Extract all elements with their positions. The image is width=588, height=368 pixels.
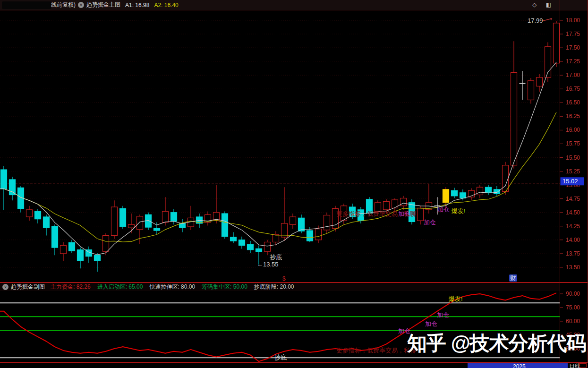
chart-annotation: 财 — [510, 274, 516, 282]
sub-field-4: 抄底阶段: 20.00 — [254, 283, 294, 290]
chart-annotation: 加仓 — [437, 206, 450, 213]
axis-separator-line — [560, 0, 560, 363]
y-axis-label: 13.75 — [566, 250, 580, 257]
bottom-status-bar: 2025 日线 — [0, 363, 588, 368]
chart-annotation: 加仓 — [424, 219, 436, 226]
chart-annotation: 加仓 — [437, 311, 449, 318]
chart-annotation: 更多指标，低费率交易，私聊 — [336, 347, 416, 354]
chart-annotation: 17.99 — [528, 17, 543, 24]
chart-annotation: 抄底 — [270, 254, 282, 261]
stock-name-fragment: 线前复权) — [51, 1, 76, 9]
y-axis-label: 16.50 — [566, 99, 580, 106]
layout-split-icon[interactable]: ◧ — [546, 1, 555, 8]
section-divider — [0, 362, 588, 363]
right-border-line — [587, 0, 588, 363]
chevron-down-icon[interactable]: ∨ — [2, 284, 9, 290]
y-axis-label: 16.00 — [566, 127, 580, 133]
y-axis-label: 14.75 — [566, 196, 580, 202]
chart-annotation: 爆发! — [452, 207, 466, 214]
ma-line-slow — [0, 112, 556, 242]
sub-field-3: 筹码集中区: 50.00 — [202, 283, 247, 290]
y-axis-label: 75.00 — [566, 304, 580, 311]
watermark: 知乎 @技术分析代码 — [407, 330, 588, 354]
chart-annotation: 抄底 — [274, 354, 287, 361]
last-price-tag-text: 15.02 — [562, 178, 578, 185]
chart-annotation: 加仓 — [398, 210, 410, 217]
candles — [1, 21, 560, 272]
y-axis-label: 16.75 — [566, 86, 580, 92]
status-date-fragment: 2025 — [468, 363, 568, 368]
y-axis-label: 17.25 — [566, 58, 580, 65]
gridlines — [0, 20, 560, 267]
y-axis: 18.0017.7517.5017.2517.0016.7516.5016.25… — [560, 17, 580, 271]
y-axis-label: 17.75 — [566, 31, 580, 37]
y-axis-label: 14.00 — [566, 237, 580, 243]
y-axis-label: 14.50 — [566, 209, 580, 216]
sub-indicator-name[interactable]: 趋势掘金副图 — [11, 283, 45, 291]
chart-annotation: 爆发! — [449, 295, 463, 302]
y-axis-label: 18.00 — [566, 17, 580, 24]
titlebar: 线前复权) ∨ 趋势掘金主图 A1: 16.98 A2: 16.40 ◇ ◧ — [0, 0, 588, 10]
sub-field-0: 主力资金: 82.26 — [51, 283, 91, 290]
y-axis-label: 60.00 — [566, 318, 580, 325]
status-box — [579, 363, 587, 368]
y-axis-label: 15.50 — [566, 154, 580, 161]
y-axis-label: 15.75 — [566, 140, 580, 147]
y-axis-label: 13.50 — [566, 264, 580, 271]
main-indicator-name[interactable]: 趋势掘金主图 — [86, 1, 120, 9]
a1-value: A1: 16.98 — [125, 2, 149, 9]
main-chart-canvas[interactable]: 18.0017.7517.5017.2517.0016.7516.5016.25… — [0, 10, 588, 282]
chart-annotation: ←13.55 — [257, 261, 279, 268]
y-axis-label: 17.50 — [566, 44, 580, 51]
sub-field-2: 快速拉伸区: 80.00 — [149, 283, 195, 290]
chevron-down-icon[interactable]: ∨ — [78, 2, 84, 8]
sub-indicator-values: 主力资金: 82.26进入启动区: 65.00快速拉伸区: 80.00筹码集中区… — [51, 283, 301, 291]
y-axis-label: 14.25 — [566, 223, 580, 230]
y-axis-label: 17.00 — [566, 72, 580, 78]
chart-annotation: $ — [282, 275, 286, 282]
y-axis-label: 90.00 — [566, 291, 580, 297]
a2-value: A2: 16.40 — [154, 2, 178, 9]
y-axis-label: 15.25 — [566, 168, 580, 175]
chart-annotation: 加仓 — [425, 320, 437, 327]
y-axis-label: 16.25 — [566, 113, 580, 120]
diamond-icon[interactable]: ◇ — [532, 1, 540, 8]
redaction-blob — [2, 1, 51, 9]
stock-name-redacted: 线前复权) — [0, 1, 76, 9]
sub-chart-header: ∨ 趋势掘金副图 主力资金: 82.26进入启动区: 65.00快速拉伸区: 8… — [0, 283, 560, 291]
trading-app-window: 线前复权) ∨ 趋势掘金主图 A1: 16.98 A2: 16.40 ◇ ◧ 1… — [0, 0, 588, 368]
sub-field-1: 进入启动区: 65.00 — [97, 283, 143, 290]
